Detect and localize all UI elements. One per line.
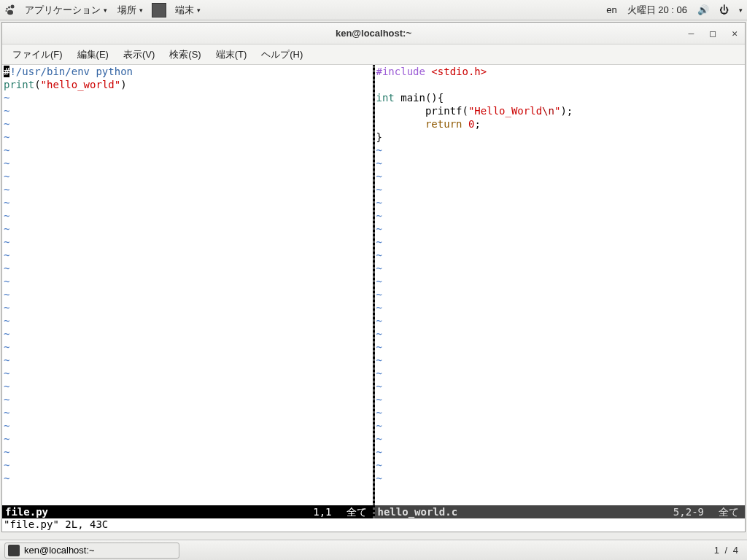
gnome-topbar: アプリケーション▾ 場所▾ 端末▾ en 火曜日 20 : 06 🔊 ⏻ ▾ <box>0 0 747 20</box>
split-divider[interactable] <box>373 65 375 518</box>
menu-help[interactable]: ヘルプ(H) <box>255 47 309 63</box>
svg-point-1 <box>8 6 10 8</box>
terminal-window: ken@localhost:~ — □ ✕ ファイル(F) 編集(E) 表示(V… <box>1 22 746 532</box>
svg-point-0 <box>11 4 15 8</box>
taskbar-item-terminal[interactable]: ken@localhost:~ <box>4 542 179 559</box>
active-app-thumbnail-icon[interactable] <box>152 3 166 18</box>
maximize-button[interactable]: □ <box>707 26 719 40</box>
close-button[interactable]: ✕ <box>729 26 740 40</box>
chevron-down-icon: ▾ <box>104 7 107 14</box>
places-menu[interactable]: 場所▾ <box>113 4 147 17</box>
active-app-menu[interactable]: 端末▾ <box>171 4 205 17</box>
chevron-down-icon: ▾ <box>739 7 743 14</box>
menu-search[interactable]: 検索(S) <box>163 47 206 63</box>
gnome-logo-icon <box>4 4 16 16</box>
window-titlebar[interactable]: ken@localhost:~ — □ ✕ <box>2 23 745 44</box>
input-method-indicator[interactable]: en <box>606 4 616 15</box>
svg-point-2 <box>6 7 7 9</box>
menu-view[interactable]: 表示(V) <box>117 47 160 63</box>
vim-pane-left[interactable]: #!/usr/bin/env python print("hello_world… <box>2 65 373 518</box>
svg-point-4 <box>7 9 13 14</box>
vim-editor[interactable]: #!/usr/bin/env python print("hello_world… <box>2 65 745 518</box>
chevron-down-icon: ▾ <box>197 7 201 14</box>
status-left: file.py 1,1 全て <box>2 505 373 518</box>
menu-edit[interactable]: 編集(E) <box>71 47 115 63</box>
pane-content-right[interactable]: #include <stdio.h> int main(){ printf("H… <box>375 65 746 505</box>
chevron-down-icon: ▾ <box>139 7 143 14</box>
status-right: hello_world.c 5,2-9 全て <box>375 505 746 518</box>
workspace-switcher[interactable]: 1 / 4 <box>714 545 743 556</box>
power-icon[interactable]: ⏻ <box>719 4 729 15</box>
terminal-menubar: ファイル(F) 編集(E) 表示(V) 検索(S) 端末(T) ヘルプ(H) <box>2 44 745 65</box>
applications-menu[interactable]: アプリケーション▾ <box>20 4 112 17</box>
pane-content-left[interactable]: #!/usr/bin/env python print("hello_world… <box>2 65 373 505</box>
terminal-icon <box>8 545 20 556</box>
taskbar: ken@localhost:~ 1 / 4 <box>0 540 747 560</box>
vim-pane-right[interactable]: #include <stdio.h> int main(){ printf("H… <box>375 65 746 518</box>
clock[interactable]: 火曜日 20 : 06 <box>627 4 687 17</box>
volume-icon[interactable]: 🔊 <box>697 4 709 15</box>
menu-terminal[interactable]: 端末(T) <box>210 47 253 63</box>
window-title: ken@localhost:~ <box>336 28 411 39</box>
svg-point-3 <box>6 10 7 12</box>
minimize-button[interactable]: — <box>686 26 697 40</box>
vim-cmdline: "file.py" 2L, 43C <box>2 518 745 532</box>
menu-file[interactable]: ファイル(F) <box>7 47 69 63</box>
